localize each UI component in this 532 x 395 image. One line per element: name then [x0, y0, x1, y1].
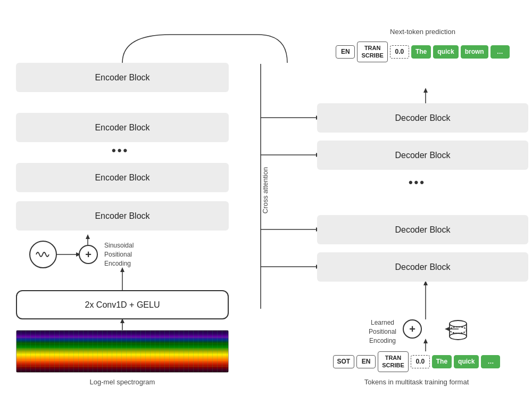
token-quick-bottom: quick: [454, 355, 479, 369]
sinusoidal-label: SinusoidalPositionalEncoding: [104, 241, 134, 268]
sine-wave-icon: [29, 241, 57, 268]
plus-circle-left: +: [79, 245, 98, 264]
token-quick-top: quick: [433, 45, 458, 59]
plus-circle-right: +: [403, 319, 422, 339]
encoder-dots: •••: [112, 144, 129, 158]
next-token-label: Next-token prediction: [317, 28, 528, 36]
token-brown-top: brown: [461, 45, 488, 59]
bottom-token-row: SOT EN TRANSCRIBE 0.0 The quick …: [305, 351, 528, 372]
svg-point-25: [450, 320, 467, 327]
token-en-top: EN: [336, 45, 355, 59]
conv-label: 2x Conv1D + GELU: [85, 300, 160, 310]
top-token-row: EN TRANSCRIBE 0.0 The quick brown …: [317, 42, 528, 62]
token-ellipsis-top: …: [491, 45, 510, 59]
token-transcribe-top: TRANSCRIBE: [357, 42, 388, 62]
svg-marker-7: [86, 234, 90, 239]
token-transcribe-bottom: TRANSCRIBE: [378, 351, 409, 372]
decoder-block-3: Decoder Block: [317, 141, 528, 170]
svg-point-29: [450, 327, 467, 333]
encoder-block-4: Encoder Block: [16, 63, 229, 92]
token-the-bottom: The: [432, 355, 452, 369]
svg-point-28: [450, 333, 467, 340]
token-00-top: 0.0: [390, 45, 409, 59]
encoder-block-3: Encoder Block: [16, 113, 229, 142]
cross-attention-label: Cross attention: [261, 167, 269, 213]
decoder-block-2: Decoder Block: [317, 215, 528, 244]
token-sot-bottom: SOT: [333, 355, 355, 369]
decoder-block-4: Decoder Block: [317, 103, 528, 133]
token-00-bottom: 0.0: [411, 355, 430, 369]
svg-marker-18: [423, 88, 428, 93]
token-ellipsis-bottom: …: [481, 355, 500, 369]
encoder-block-2: Encoder Block: [16, 163, 229, 192]
decoder-block-1: Decoder Block: [317, 252, 528, 282]
tokens-bottom-label: Tokens in multitask training format: [305, 378, 528, 386]
database-icon: [445, 317, 471, 343]
learned-label: LearnedPositionalEncoding: [369, 318, 396, 345]
svg-marker-24: [423, 339, 428, 343]
decoder-dots: •••: [409, 176, 426, 190]
conv-block: 2x Conv1D + GELU: [16, 290, 229, 319]
encoder-block-1: Encoder Block: [16, 201, 229, 231]
token-en-bottom: EN: [356, 355, 376, 369]
spectrogram: [16, 330, 229, 373]
token-the-top: The: [411, 45, 431, 59]
spectrogram-label: Log-mel spectrogram: [16, 378, 229, 386]
diagram: Log-mel spectrogram 2x Conv1D + GELU + S…: [0, 0, 532, 395]
